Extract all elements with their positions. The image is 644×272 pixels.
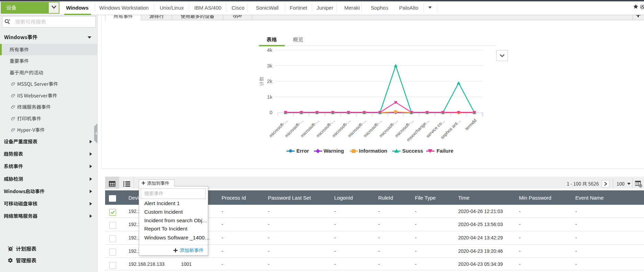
svg-text:4k: 4k	[267, 47, 272, 53]
svg-text:3k: 3k	[267, 63, 272, 69]
svg-text:1k: 1k	[267, 94, 272, 100]
svg-text:termdd: termdd	[464, 118, 477, 131]
svg-text:0: 0	[270, 109, 272, 115]
svg-text:2k: 2k	[267, 78, 272, 84]
